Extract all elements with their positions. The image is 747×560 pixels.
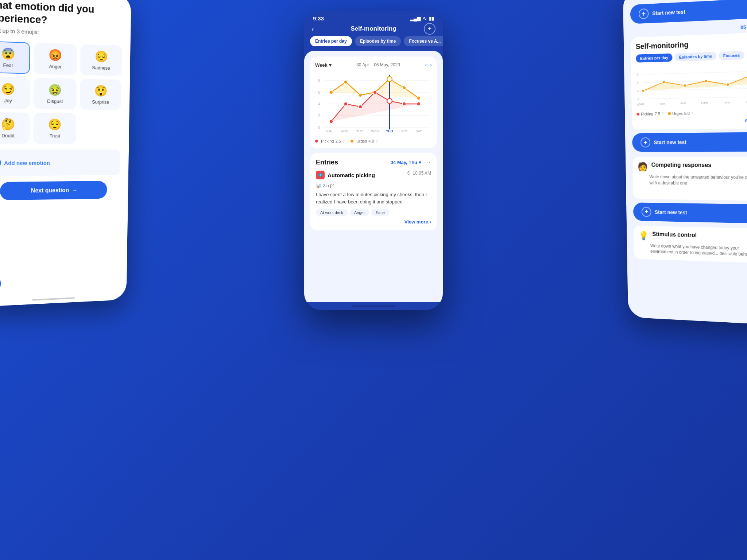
right-tab-episodes[interactable]: Episodes by time <box>675 52 717 61</box>
entry-type-icon: 💠 <box>316 171 325 179</box>
next-button-label: Next question <box>31 187 69 194</box>
svg-point-28 <box>387 98 392 104</box>
emotion-trust[interactable]: 😌 Trust <box>34 113 76 144</box>
urges-label-right: Urges <box>672 111 683 116</box>
chart-legend-right: Picking 7.5 ? Urges 5.0 ? <box>636 110 747 116</box>
right-tab-focuses[interactable]: Focuses <box>719 51 744 60</box>
view-more-button[interactable]: View more › <box>316 219 431 225</box>
emotion-sadness[interactable]: 😔 Sadness <box>80 44 122 76</box>
disgust-emoji: 🤢 <box>49 83 62 97</box>
entry-row: 💠 Automatic picking ⏱ 10:05 AM <box>316 171 431 179</box>
competing-responses-card: 🧑 Competing responses ? Write down about… <box>632 157 747 201</box>
surprise-label: Surprise <box>92 99 109 105</box>
svg-text:TUE: TUE <box>356 129 363 133</box>
svg-text:8: 8 <box>318 79 320 83</box>
tab-row: Entries per day Episodes by time Focuses… <box>304 36 443 51</box>
svg-text:2: 2 <box>637 97 639 101</box>
picking-value-right: 7.5 <box>655 112 660 116</box>
tab-entries-per-day[interactable]: Entries per day <box>310 36 352 46</box>
svg-point-17 <box>402 86 406 90</box>
line-chart: 8 6 4 2 0 <box>315 71 432 137</box>
emotion-anger[interactable]: 😡 Anger <box>34 43 77 75</box>
stimulus-control-card: 💡 Stimulus control Write down what you h… <box>634 226 747 264</box>
competing-header: 🧑 Competing responses ? <box>637 162 747 172</box>
battery-icon: ▮▮ <box>429 16 434 21</box>
svg-text:SUN: SUN <box>325 129 332 133</box>
stimulus-icon: 💡 <box>638 230 649 241</box>
svg-text:4: 4 <box>637 89 639 93</box>
status-bar: 9:33 ▂▄▆ ∿ ▮▮ <box>304 11 443 24</box>
tag-work-desk[interactable]: At work desk <box>316 209 348 216</box>
add-plus-icon: + <box>0 159 1 167</box>
tab-episodes-by-time[interactable]: Episodes by time <box>355 36 401 46</box>
emotion-surprise[interactable]: 😲 Surprise <box>80 79 122 110</box>
add-button[interactable]: + <box>424 23 436 35</box>
all-data-link-chart[interactable]: All data › <box>744 117 747 123</box>
emotion-doubt[interactable]: 🤔 Doubt <box>0 112 30 144</box>
surprise-emoji: 😲 <box>94 84 107 97</box>
svg-line-42 <box>643 80 747 83</box>
urges-question-icon[interactable]: ? <box>376 139 378 143</box>
screen-header: ‹ Self-monitoring + <box>304 24 443 36</box>
entry-time: ⏱ 10:05 AM <box>407 171 431 176</box>
svg-point-50 <box>726 83 729 86</box>
emotion-fear[interactable]: 😨 Fear <box>0 41 30 74</box>
urges-q-icon[interactable]: ? <box>691 111 693 116</box>
emotion-disgust[interactable]: 🤢 Disgust <box>34 78 77 109</box>
svg-line-41 <box>643 71 747 74</box>
self-monitoring-title: Self-monitoring <box>636 38 747 51</box>
svg-point-12 <box>329 90 333 94</box>
next-arrow-icon: → <box>72 187 78 194</box>
picking-dot <box>315 140 318 143</box>
start-test-plus-icon-2: + <box>640 137 650 148</box>
home-indicator-mid <box>352 306 395 307</box>
mid-content-area: Week ▾ 30 Apr – 06 May, 2023 ‹ › 8 6 4 2… <box>304 51 443 302</box>
mini-chart: 8 6 4 2 0 <box>636 62 747 110</box>
start-test-plus-icon: + <box>639 8 649 19</box>
more-options-icon[interactable]: ··· <box>424 159 431 166</box>
view-more-arrow-icon: › <box>430 219 431 225</box>
tag-anger[interactable]: Anger <box>350 209 369 216</box>
emotion-joy[interactable]: 😏 Joy <box>0 77 30 109</box>
svg-text:0: 0 <box>318 125 320 129</box>
back-arrow-button[interactable]: ‹ <box>311 25 314 33</box>
doubt-label: Doubt <box>1 133 14 138</box>
svg-point-21 <box>359 105 362 109</box>
next-arrow-icon[interactable]: › <box>430 62 432 68</box>
question-text: What emotion did you experience? <box>0 0 123 29</box>
start-test-button-mid[interactable]: + Start new test <box>632 132 747 152</box>
week-chevron-icon: ▾ <box>329 62 332 68</box>
svg-point-19 <box>329 120 333 123</box>
svg-point-18 <box>417 96 421 100</box>
start-test-button-bottom[interactable]: + Start new test <box>633 202 747 223</box>
picking-label: Picking <box>321 139 334 143</box>
svg-point-22 <box>373 90 377 94</box>
tab-focuses[interactable]: Focuses vs A... <box>404 36 443 46</box>
svg-text:6: 6 <box>637 81 639 85</box>
tag-face[interactable]: Face <box>371 209 389 216</box>
svg-text:6: 6 <box>318 90 320 94</box>
next-question-button[interactable]: Next question → <box>0 181 107 200</box>
chart-nav: Week ▾ 30 Apr – 06 May, 2023 ‹ › <box>315 62 432 68</box>
clock-display: 9:33 <box>313 15 324 22</box>
status-icons: ▂▄▆ ∿ ▮▮ <box>410 16 434 21</box>
competing-icon: 🧑 <box>637 162 648 172</box>
prev-arrow-icon[interactable]: ‹ <box>425 62 427 68</box>
svg-text:4PM: 4PM <box>724 101 730 105</box>
joy-label: Joy <box>4 98 12 104</box>
date-dropdown[interactable]: 05 May, Fri ▾ <box>631 23 747 35</box>
phone-mid: 9:33 ▂▄▆ ∿ ▮▮ ‹ Self-monitoring + Entrie… <box>304 11 443 310</box>
start-test-button-top[interactable]: + Start new test <box>630 0 747 24</box>
disgust-label: Disgust <box>47 98 63 104</box>
picking-q-icon[interactable]: ? <box>662 112 664 116</box>
week-selector[interactable]: Week ▾ <box>315 62 332 68</box>
entry-points: 📊 2.5 pt <box>316 183 431 188</box>
date-selector[interactable]: 04 May, Thu ▾ <box>391 160 421 165</box>
right-tab-entries[interactable]: Entries per day <box>636 53 673 62</box>
wifi-icon: ∿ <box>423 16 427 21</box>
add-emotion-button[interactable]: + Add new emotion <box>0 154 115 172</box>
picking-question-icon[interactable]: ? <box>342 139 345 143</box>
svg-text:MON: MON <box>341 129 348 133</box>
joy-emoji: 😏 <box>1 82 15 96</box>
emotion-grid: 😨 Fear 😡 Anger 😔 Sadness 😏 Joy 🤢 Disgus <box>0 41 122 144</box>
